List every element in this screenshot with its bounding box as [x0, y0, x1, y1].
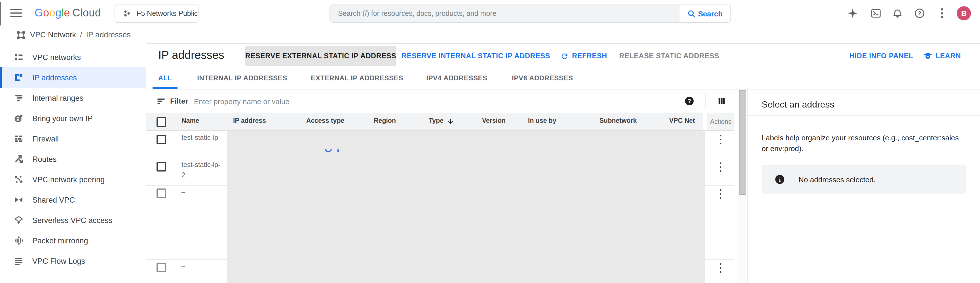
project-picker[interactable]: F5 Networks Public	[115, 5, 199, 23]
redacted-table-area	[227, 131, 705, 283]
sort-descending-icon[interactable]	[447, 118, 454, 125]
clipped-blue-element	[337, 149, 339, 152]
top-bar: GoogleCloud F5 Networks Public Search	[0, 0, 980, 27]
sidebar-item-vpc-flow-logs[interactable]: VPC Flow Logs	[0, 251, 146, 271]
info-panel: Select an address Labels help organize y…	[748, 89, 980, 283]
column-header-name[interactable]: Name	[181, 117, 199, 124]
row-checkbox[interactable]	[156, 162, 166, 171]
sidebar-item-label: VPC Flow Logs	[32, 257, 85, 265]
breadcrumb-separator: /	[80, 30, 82, 39]
tab-all[interactable]: ALL	[153, 67, 178, 89]
packet-mirroring-icon	[14, 236, 24, 246]
sidebar-item-label: IP addresses	[32, 73, 77, 82]
reserve-external-static-ip-button[interactable]: RESERVE EXTERNAL STATIC IP ADDRESS	[245, 46, 396, 66]
sidebar-item-routes[interactable]: Routes	[0, 149, 146, 169]
serverless-vpc-icon	[14, 215, 24, 225]
column-header-version[interactable]: Version	[482, 117, 506, 124]
column-header-vpc-network[interactable]: VPC Net	[669, 117, 695, 124]
sidebar-item-label: Serverless VPC access	[32, 216, 112, 225]
cloud-shell-icon[interactable]	[870, 8, 881, 19]
table-header: Name IP address Access type Region Type …	[146, 113, 703, 131]
learn-button[interactable]: LEARN	[922, 46, 962, 66]
search-input[interactable]	[330, 5, 679, 22]
shared-vpc-icon	[14, 195, 24, 205]
ip-addresses-icon	[14, 73, 24, 83]
row-actions-menu[interactable]	[717, 189, 724, 199]
sidebar-item-vpc-networks[interactable]: VPC networks	[0, 47, 146, 67]
row-actions-menu[interactable]	[717, 163, 724, 172]
refresh-icon	[560, 52, 568, 60]
logo-letter: G	[35, 7, 43, 19]
sidebar-item-label: VPC network peering	[32, 175, 105, 184]
row-actions-menu[interactable]	[717, 135, 724, 144]
refresh-label: REFRESH	[572, 52, 607, 60]
row-checkbox[interactable]	[156, 188, 166, 198]
release-static-address-button[interactable]: RELEASE STATIC ADDRESS	[622, 46, 717, 66]
tab-internal-ip-addresses[interactable]: INTERNAL IP ADDRESSES	[191, 67, 293, 89]
info-panel-divider	[748, 115, 980, 116]
info-panel-title: Select an address	[762, 100, 834, 110]
google-cloud-logo[interactable]: GoogleCloud	[35, 7, 101, 19]
sidebar-item-firewall[interactable]: Firewall	[0, 128, 146, 149]
column-header-type[interactable]: Type	[429, 117, 444, 124]
tab-external-ip-addresses[interactable]: EXTERNAL IP ADDRESSES	[307, 67, 407, 89]
peering-icon	[14, 174, 24, 185]
select-all-checkbox[interactable]	[156, 117, 166, 127]
sidebar-item-serverless-vpc-access[interactable]: Serverless VPC access	[0, 210, 146, 230]
sidebar-item-label: Shared VPC	[32, 196, 75, 204]
column-header-ip-address[interactable]: IP address	[233, 117, 266, 124]
row-name: –	[181, 187, 221, 197]
column-header-access-type[interactable]: Access type	[306, 117, 344, 124]
row-divider	[146, 185, 735, 186]
sidebar-item-bring-your-own-ip[interactable]: Bring your own IP	[0, 108, 146, 128]
sidebar-item-label: Packet mirroring	[32, 236, 88, 245]
sidebar-item-label: VPC networks	[32, 53, 81, 62]
column-header-subnetwork[interactable]: Subnetwork	[600, 117, 637, 124]
row-checkbox[interactable]	[156, 262, 166, 272]
search-button[interactable]: Search	[679, 5, 730, 22]
column-header-region[interactable]: Region	[374, 117, 396, 124]
breadcrumb-section[interactable]: VPC Network	[30, 30, 76, 39]
avatar-letter: B	[961, 9, 967, 17]
internal-ranges-icon	[14, 93, 24, 103]
table-scrollbar	[738, 89, 746, 283]
sidebar-item-ip-addresses[interactable]: IP addresses	[0, 67, 146, 88]
hide-info-panel-button[interactable]: HIDE INFO PANEL	[848, 46, 915, 66]
breadcrumb: VPC Network/IP addresses	[0, 27, 980, 44]
sidebar-item-internal-ranges[interactable]: Internal ranges	[0, 88, 146, 108]
toolbar-divider	[705, 94, 705, 108]
refresh-button[interactable]: REFRESH	[559, 46, 608, 66]
filter-toolbar: Filter ?	[146, 89, 735, 113]
global-search: Search	[329, 5, 731, 23]
row-divider	[146, 157, 735, 157]
filter-icon	[156, 97, 165, 106]
filter-input[interactable]	[193, 94, 524, 109]
account-avatar[interactable]: B	[957, 6, 971, 21]
help-icon[interactable]: ?	[914, 8, 925, 19]
sidebar-item-shared-vpc[interactable]: Shared VPC	[0, 190, 146, 210]
gemini-sparkle-icon[interactable]	[847, 8, 858, 19]
tab-ipv4-addresses[interactable]: IPV4 ADDRESSES	[421, 67, 493, 89]
sidebar-item-label: Routes	[32, 155, 57, 163]
sidebar-item-vpc-network-peering[interactable]: VPC network peering	[0, 169, 146, 190]
row-actions-menu[interactable]	[717, 263, 724, 273]
sidebar-item-packet-mirroring[interactable]: Packet mirroring	[0, 230, 146, 251]
project-name: F5 Networks Public	[137, 9, 198, 17]
filter-help-icon[interactable]: ?	[684, 96, 694, 106]
logo-cloud-text: Cloud	[72, 7, 101, 19]
filter-label[interactable]: Filter	[170, 97, 188, 105]
globe-icon	[14, 113, 24, 123]
scrollbar-thumb[interactable]	[739, 90, 746, 195]
svg-text:?: ?	[918, 10, 921, 16]
row-checkbox[interactable]	[156, 135, 166, 144]
notifications-bell-icon[interactable]	[892, 8, 903, 19]
more-vertical-icon[interactable]	[940, 8, 944, 19]
reserve-internal-static-ip-button[interactable]: RESERVE INTERNAL STATIC IP ADDRESS	[405, 46, 547, 66]
page-title: IP addresses	[158, 49, 224, 62]
menu-icon[interactable]	[10, 9, 22, 17]
header-gap	[703, 113, 707, 131]
column-display-icon[interactable]	[718, 97, 726, 105]
tab-ipv6-addresses[interactable]: IPV6 ADDRESSES	[506, 67, 579, 89]
routes-icon	[14, 154, 24, 164]
column-header-in-use-by[interactable]: In use by	[528, 117, 556, 124]
